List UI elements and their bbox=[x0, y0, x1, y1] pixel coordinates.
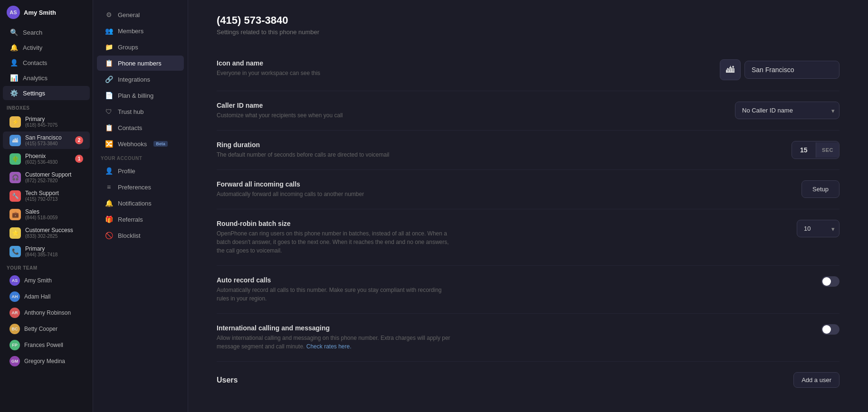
inbox-sf-badge: 2 bbox=[75, 136, 83, 144]
phone-icon-box[interactable]: 🏙 bbox=[720, 59, 741, 80]
inbox-sales-icon: 💼 bbox=[10, 209, 21, 220]
mid-nav-referrals[interactable]: 🎁 Referrals bbox=[97, 212, 184, 227]
sidebar-item-activity[interactable]: 🔔 Activity bbox=[3, 40, 90, 55]
ring-unit: SEC bbox=[816, 142, 839, 158]
international-toggle[interactable] bbox=[821, 324, 839, 335]
members-icon: 👥 bbox=[105, 27, 113, 35]
main-content: (415) 573-3840 Settings related to this … bbox=[188, 0, 868, 412]
round-robin-row: Round-robin batch size OpenPhone can rin… bbox=[217, 209, 839, 266]
mid-nav-groups[interactable]: 📁 Groups bbox=[97, 39, 184, 55]
team-betty-cooper[interactable]: BC Betty Cooper bbox=[3, 321, 90, 337]
ring-duration-title: Ring duration bbox=[217, 141, 454, 149]
notifications-icon: 🔔 bbox=[105, 199, 113, 207]
inbox-customer-success-icon: ⭐ bbox=[10, 227, 21, 239]
user-name: Amy Smith bbox=[24, 9, 56, 16]
icon-and-name-desc: Everyone in your workspace can see this bbox=[217, 69, 454, 77]
ring-duration-desc: The default number of seconds before cal… bbox=[217, 150, 454, 159]
contacts-mid-icon: 📋 bbox=[105, 124, 113, 131]
phone-name-input[interactable] bbox=[744, 61, 839, 79]
team-gregory-medina[interactable]: GM Gregory Medina bbox=[3, 354, 90, 369]
users-section: Users Add a user bbox=[217, 362, 839, 393]
international-desc: Allow international calling and messagin… bbox=[217, 334, 454, 351]
plan-billing-icon: 📄 bbox=[105, 92, 113, 99]
mid-nav-profile[interactable]: 👤 Profile bbox=[97, 163, 184, 178]
setup-button[interactable]: Setup bbox=[801, 180, 839, 198]
inbox-primary2[interactable]: 📞 Primary (844) 385-7418 bbox=[3, 243, 90, 260]
inbox-primary[interactable]: ⚡ Primary (618) 845-7075 bbox=[3, 113, 90, 131]
avatar: AS bbox=[7, 6, 20, 19]
ring-duration-input[interactable] bbox=[792, 141, 816, 159]
analytics-icon: 📊 bbox=[10, 74, 18, 82]
round-robin-select-wrapper: 5 10 15 20 bbox=[797, 220, 839, 237]
ring-duration-row: Ring duration The default number of seco… bbox=[217, 131, 839, 170]
sidebar-item-analytics[interactable]: 📊 Analytics bbox=[3, 71, 90, 85]
caller-id-row: Caller ID name Customize what your recip… bbox=[217, 91, 839, 131]
avatar-anthony: AR bbox=[10, 308, 20, 318]
forward-calls-title: Forward all incoming calls bbox=[217, 180, 454, 188]
trust-hub-icon: 🛡 bbox=[105, 108, 113, 115]
inbox-customer-support-icon: 🎧 bbox=[10, 172, 21, 183]
team-frances-powell[interactable]: FP Frances Powell bbox=[3, 337, 90, 353]
caller-id-select[interactable]: No Caller ID name San Francisco Custom bbox=[735, 102, 839, 119]
avatar-amy: AS bbox=[10, 275, 20, 286]
forward-calls-row: Forward all incoming calls Automatically… bbox=[217, 170, 839, 209]
webhooks-beta-badge: Beta bbox=[153, 141, 168, 147]
sidebar-item-contacts[interactable]: 👤 Contacts bbox=[3, 56, 90, 70]
mid-nav-integrations[interactable]: 🔗 Integrations bbox=[97, 72, 184, 87]
mid-nav-preferences[interactable]: ≡ Preferences bbox=[97, 179, 184, 195]
auto-record-title: Auto record calls bbox=[217, 276, 454, 284]
profile-icon: 👤 bbox=[105, 167, 113, 175]
mid-nav-plan-billing[interactable]: 📄 Plan & billing bbox=[97, 88, 184, 103]
team-adam-hall[interactable]: AH Adam Hall bbox=[3, 289, 90, 304]
mid-nav-members[interactable]: 👥 Members bbox=[97, 23, 184, 38]
integrations-icon: 🔗 bbox=[105, 75, 113, 83]
left-sidebar: AS Amy Smith 🔍 Search 🔔 Activity 👤 Conta… bbox=[0, 0, 93, 412]
mid-nav-contacts[interactable]: 📋 Contacts bbox=[97, 120, 184, 135]
round-robin-select[interactable]: 5 10 15 20 bbox=[797, 220, 839, 237]
inboxes-label: Inboxes bbox=[0, 101, 93, 112]
mid-nav-trust-hub[interactable]: 🛡 Trust hub bbox=[97, 104, 184, 119]
icon-and-name-title: Icon and name bbox=[217, 59, 454, 67]
caller-id-select-wrapper: No Caller ID name San Francisco Custom bbox=[735, 102, 839, 119]
mid-nav-webhooks[interactable]: 🔀 Webhooks Beta bbox=[97, 136, 184, 151]
ring-control: SEC bbox=[792, 141, 839, 159]
avatar-gregory: GM bbox=[10, 356, 20, 366]
team-amy-smith[interactable]: AS Amy Smith bbox=[3, 273, 90, 288]
inbox-tech-icon: 🔧 bbox=[10, 190, 21, 202]
users-title: Users bbox=[217, 376, 238, 384]
middle-sidebar: ⚙ General 👥 Members 📁 Groups 📋 Phone num… bbox=[93, 0, 188, 412]
auto-record-toggle[interactable] bbox=[821, 276, 839, 287]
mid-nav-blocklist[interactable]: 🚫 Blocklist bbox=[97, 228, 184, 243]
groups-icon: 📁 bbox=[105, 43, 113, 51]
round-robin-title: Round-robin batch size bbox=[217, 220, 454, 227]
inbox-customer-support[interactable]: 🎧 Customer Support (872) 252-7820 bbox=[3, 169, 90, 186]
inbox-sales[interactable]: 💼 Sales (844) 518-0059 bbox=[3, 206, 90, 223]
sidebar-item-search[interactable]: 🔍 Search bbox=[3, 25, 90, 39]
team-anthony-robinson[interactable]: AR Anthony Robinson bbox=[3, 305, 90, 320]
add-user-button[interactable]: Add a user bbox=[793, 372, 839, 388]
inbox-tech-support[interactable]: 🔧 Tech Support (415) 792-0713 bbox=[3, 187, 90, 205]
page-subtitle: Settings related to this phone number bbox=[217, 28, 839, 36]
inbox-customer-success[interactable]: ⭐ Customer Success (833) 302-2825 bbox=[3, 224, 90, 242]
round-robin-desc: OpenPhone can ring users on this phone n… bbox=[217, 229, 454, 255]
avatar-betty: BC bbox=[10, 324, 20, 334]
phone-numbers-icon: 📋 bbox=[105, 59, 113, 67]
inbox-sf[interactable]: 🏙 San Francisco (415) 573-3840 2 bbox=[3, 131, 90, 149]
inbox-phoenix[interactable]: 🌵 Phoenix (602) 536-4930 1 bbox=[3, 150, 90, 168]
inbox-phoenix-badge: 1 bbox=[75, 155, 83, 163]
international-row: International calling and messaging Allo… bbox=[217, 314, 839, 362]
mid-nav-general[interactable]: ⚙ General bbox=[97, 7, 184, 22]
mid-nav-phone-numbers[interactable]: 📋 Phone numbers bbox=[97, 56, 184, 71]
referrals-icon: 🎁 bbox=[105, 215, 113, 223]
check-rates-link[interactable]: Check rates here. bbox=[306, 343, 352, 350]
avatar-adam: AH bbox=[10, 291, 20, 302]
caller-id-desc: Customize what your recipients see when … bbox=[217, 111, 454, 120]
forward-calls-desc: Automatically forward all incoming calls… bbox=[217, 190, 454, 198]
inbox-primary-icon: ⚡ bbox=[10, 116, 21, 128]
inbox-phoenix-icon: 🌵 bbox=[10, 153, 21, 165]
contacts-icon: 👤 bbox=[10, 59, 18, 66]
mid-nav-notifications[interactable]: 🔔 Notifications bbox=[97, 196, 184, 211]
sidebar-item-settings[interactable]: ⚙️ Settings bbox=[3, 86, 90, 100]
user-header[interactable]: AS Amy Smith bbox=[0, 0, 93, 25]
caller-id-title: Caller ID name bbox=[217, 102, 454, 109]
